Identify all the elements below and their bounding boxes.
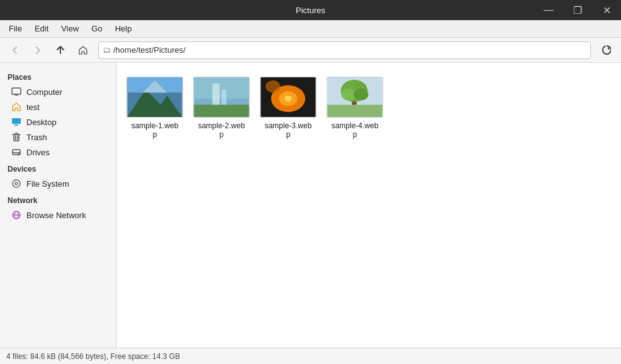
svg-rect-3 bbox=[12, 118, 21, 124]
sidebar: Places Computer test Desktop Trash bbox=[0, 63, 116, 348]
menubar: File Edit View Go Help bbox=[0, 20, 621, 38]
svg-rect-0 bbox=[12, 88, 21, 94]
maximize-button[interactable]: ❐ bbox=[563, 0, 592, 20]
titlebar: Pictures — ❐ ✕ bbox=[0, 0, 621, 20]
svg-point-11 bbox=[18, 154, 19, 155]
address-text: /home/test/Pictures/ bbox=[113, 45, 586, 55]
file-item-4[interactable]: sample-4.webp bbox=[327, 73, 383, 143]
sidebar-item-desktop[interactable]: Desktop bbox=[0, 114, 116, 130]
test-label: test bbox=[26, 102, 40, 112]
menu-go[interactable]: Go bbox=[85, 21, 108, 36]
file-label-4: sample-4.webp bbox=[330, 121, 379, 139]
close-button[interactable]: ✕ bbox=[592, 0, 621, 20]
back-button[interactable] bbox=[5, 40, 25, 60]
desktop-label: Desktop bbox=[26, 118, 57, 127]
devices-section-label: Devices bbox=[0, 160, 116, 176]
window-title: Pictures bbox=[296, 6, 325, 15]
file-thumb-4 bbox=[327, 77, 383, 118]
svg-rect-4 bbox=[14, 124, 18, 126]
svg-rect-25 bbox=[194, 105, 249, 117]
sidebar-item-filesystem[interactable]: File System bbox=[0, 176, 116, 191]
file-thumb-1 bbox=[126, 77, 183, 118]
window-controls: — ❐ ✕ bbox=[534, 0, 621, 20]
places-section-label: Places bbox=[0, 68, 116, 84]
toolbar: 🗂 /home/test/Pictures/ bbox=[0, 38, 621, 63]
trash-label: Trash bbox=[26, 133, 47, 142]
menu-help[interactable]: Help bbox=[109, 21, 138, 36]
file-label-1: sample-1.webp bbox=[130, 121, 179, 139]
svg-point-13 bbox=[15, 182, 18, 185]
sidebar-item-drives[interactable]: Drives bbox=[0, 145, 116, 160]
menu-view[interactable]: View bbox=[55, 21, 85, 36]
svg-rect-32 bbox=[327, 105, 382, 117]
svg-point-12 bbox=[13, 180, 20, 187]
browse-network-label: Browse Network bbox=[26, 211, 86, 220]
file-item-3[interactable]: sample-3.webp bbox=[260, 73, 316, 143]
svg-point-30 bbox=[266, 80, 280, 92]
network-icon bbox=[11, 210, 21, 220]
home-button[interactable] bbox=[73, 40, 93, 60]
address-icon: 🗂 bbox=[103, 45, 111, 55]
filesystem-icon bbox=[11, 179, 21, 189]
file-view: sample-1.webp sample-2.webp bbox=[116, 63, 621, 348]
forward-button[interactable] bbox=[28, 40, 48, 60]
file-thumb-2 bbox=[193, 77, 250, 118]
file-label-3: sample-3.webp bbox=[264, 121, 313, 139]
menu-file[interactable]: File bbox=[3, 21, 28, 36]
minimize-button[interactable]: — bbox=[534, 0, 563, 20]
main-area: Places Computer test Desktop Trash bbox=[0, 63, 621, 348]
file-label-2: sample-2.webp bbox=[197, 121, 246, 139]
statusbar: 4 files: 84.6 kB (84,566 bytes), Free sp… bbox=[0, 348, 621, 364]
refresh-button[interactable] bbox=[596, 40, 616, 60]
file-thumb-3 bbox=[260, 77, 316, 118]
computer-icon bbox=[11, 87, 21, 97]
drives-icon bbox=[11, 147, 21, 157]
svg-point-36 bbox=[354, 88, 368, 100]
computer-label: Computer bbox=[26, 87, 62, 97]
sidebar-item-test[interactable]: test bbox=[0, 99, 116, 114]
network-section-label: Network bbox=[0, 191, 116, 207]
desktop-icon bbox=[11, 117, 21, 127]
svg-point-29 bbox=[284, 96, 292, 102]
address-bar[interactable]: 🗂 /home/test/Pictures/ bbox=[98, 41, 591, 59]
up-button[interactable] bbox=[50, 40, 70, 60]
menu-edit[interactable]: Edit bbox=[28, 21, 55, 36]
sidebar-item-computer[interactable]: Computer bbox=[0, 84, 116, 99]
home-icon bbox=[11, 102, 21, 112]
file-item-1[interactable]: sample-1.webp bbox=[126, 73, 183, 143]
status-text: 4 files: 84.6 kB (84,566 bytes), Free sp… bbox=[6, 352, 180, 361]
trash-icon bbox=[11, 132, 21, 142]
sidebar-item-trash[interactable]: Trash bbox=[0, 130, 116, 145]
sidebar-item-browse-network[interactable]: Browse Network bbox=[0, 207, 116, 223]
drives-label: Drives bbox=[26, 148, 50, 157]
filesystem-label: File System bbox=[26, 179, 69, 189]
file-item-2[interactable]: sample-2.webp bbox=[193, 73, 250, 143]
